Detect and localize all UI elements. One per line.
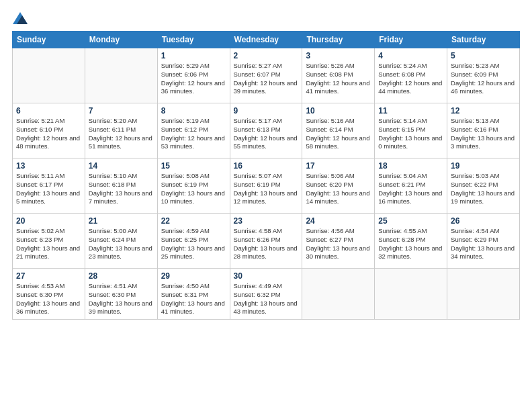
logo [12, 12, 28, 24]
calendar-cell: 3Sunrise: 5:26 AM Sunset: 6:08 PM Daylig… [302, 48, 375, 103]
weekday-header-sunday: Sunday [13, 32, 85, 48]
cell-info: Sunrise: 5:19 AM Sunset: 6:12 PM Dayligh… [161, 117, 226, 151]
week-row-2: 6Sunrise: 5:21 AM Sunset: 6:10 PM Daylig… [13, 103, 520, 158]
weekday-header-friday: Friday [375, 32, 447, 48]
cell-info: Sunrise: 5:04 AM Sunset: 6:21 PM Dayligh… [378, 172, 443, 206]
cell-info: Sunrise: 4:58 AM Sunset: 6:26 PM Dayligh… [234, 227, 299, 261]
calendar-cell: 14Sunrise: 5:10 AM Sunset: 6:18 PM Dayli… [85, 158, 157, 214]
cell-info: Sunrise: 4:50 AM Sunset: 6:31 PM Dayligh… [161, 282, 226, 316]
day-number: 5 [451, 51, 516, 60]
day-number: 21 [89, 216, 154, 226]
calendar-cell: 15Sunrise: 5:08 AM Sunset: 6:19 PM Dayli… [157, 158, 230, 214]
day-number: 12 [451, 106, 516, 116]
calendar-cell: 30Sunrise: 4:49 AM Sunset: 6:32 PM Dayli… [230, 269, 302, 320]
cell-info: Sunrise: 5:03 AM Sunset: 6:22 PM Dayligh… [451, 172, 516, 206]
calendar-cell: 6Sunrise: 5:21 AM Sunset: 6:10 PM Daylig… [13, 103, 85, 158]
calendar-cell: 17Sunrise: 5:06 AM Sunset: 6:20 PM Dayli… [302, 158, 375, 214]
week-row-1: 1Sunrise: 5:29 AM Sunset: 6:06 PM Daylig… [13, 48, 520, 103]
calendar-cell: 20Sunrise: 5:02 AM Sunset: 6:23 PM Dayli… [13, 214, 85, 269]
week-row-4: 20Sunrise: 5:02 AM Sunset: 6:23 PM Dayli… [13, 214, 520, 269]
calendar-cell: 19Sunrise: 5:03 AM Sunset: 6:22 PM Dayli… [447, 158, 520, 214]
day-number: 11 [378, 106, 443, 116]
cell-info: Sunrise: 5:06 AM Sunset: 6:20 PM Dayligh… [306, 172, 371, 206]
cell-info: Sunrise: 4:56 AM Sunset: 6:27 PM Dayligh… [306, 227, 371, 261]
week-row-5: 27Sunrise: 4:53 AM Sunset: 6:30 PM Dayli… [13, 269, 520, 320]
cell-info: Sunrise: 4:54 AM Sunset: 6:29 PM Dayligh… [451, 227, 516, 261]
day-number: 2 [234, 51, 299, 60]
day-number: 18 [378, 161, 443, 171]
weekday-header-monday: Monday [85, 32, 157, 48]
cell-info: Sunrise: 4:59 AM Sunset: 6:25 PM Dayligh… [161, 227, 226, 261]
calendar-cell [13, 48, 85, 103]
day-number: 30 [234, 271, 299, 281]
calendar-cell [302, 269, 375, 320]
calendar-cell: 18Sunrise: 5:04 AM Sunset: 6:21 PM Dayli… [375, 158, 447, 214]
day-number: 4 [378, 51, 443, 60]
day-number: 15 [161, 161, 226, 171]
cell-info: Sunrise: 5:16 AM Sunset: 6:14 PM Dayligh… [306, 117, 371, 151]
cell-info: Sunrise: 5:13 AM Sunset: 6:16 PM Dayligh… [451, 117, 516, 151]
calendar-cell: 28Sunrise: 4:51 AM Sunset: 6:30 PM Dayli… [85, 269, 157, 320]
cell-info: Sunrise: 5:10 AM Sunset: 6:18 PM Dayligh… [89, 172, 154, 206]
day-number: 10 [306, 106, 371, 116]
calendar-cell: 27Sunrise: 4:53 AM Sunset: 6:30 PM Dayli… [13, 269, 85, 320]
cell-info: Sunrise: 5:14 AM Sunset: 6:15 PM Dayligh… [378, 117, 443, 151]
calendar-cell: 23Sunrise: 4:58 AM Sunset: 6:26 PM Dayli… [230, 214, 302, 269]
calendar-cell: 24Sunrise: 4:56 AM Sunset: 6:27 PM Dayli… [302, 214, 375, 269]
calendar-cell: 29Sunrise: 4:50 AM Sunset: 6:31 PM Dayli… [157, 269, 230, 320]
week-row-3: 13Sunrise: 5:11 AM Sunset: 6:17 PM Dayli… [13, 158, 520, 214]
calendar-cell: 9Sunrise: 5:17 AM Sunset: 6:13 PM Daylig… [230, 103, 302, 158]
cell-info: Sunrise: 5:24 AM Sunset: 6:08 PM Dayligh… [378, 62, 443, 96]
cell-info: Sunrise: 5:26 AM Sunset: 6:08 PM Dayligh… [306, 62, 371, 96]
day-number: 25 [378, 216, 443, 226]
calendar-cell: 25Sunrise: 4:55 AM Sunset: 6:28 PM Dayli… [375, 214, 447, 269]
cell-info: Sunrise: 5:08 AM Sunset: 6:19 PM Dayligh… [161, 172, 226, 206]
cell-info: Sunrise: 5:29 AM Sunset: 6:06 PM Dayligh… [161, 62, 226, 96]
calendar-cell: 4Sunrise: 5:24 AM Sunset: 6:08 PM Daylig… [375, 48, 447, 103]
logo-icon [13, 12, 28, 24]
day-number: 13 [16, 161, 81, 171]
calendar-cell: 2Sunrise: 5:27 AM Sunset: 6:07 PM Daylig… [230, 48, 302, 103]
calendar-cell: 11Sunrise: 5:14 AM Sunset: 6:15 PM Dayli… [375, 103, 447, 158]
cell-info: Sunrise: 5:00 AM Sunset: 6:24 PM Dayligh… [89, 227, 154, 261]
day-number: 24 [306, 216, 371, 226]
weekday-header-row: SundayMondayTuesdayWednesdayThursdayFrid… [13, 32, 520, 48]
weekday-header-wednesday: Wednesday [230, 32, 302, 48]
cell-info: Sunrise: 4:51 AM Sunset: 6:30 PM Dayligh… [89, 282, 154, 316]
calendar-cell: 16Sunrise: 5:07 AM Sunset: 6:19 PM Dayli… [230, 158, 302, 214]
cell-info: Sunrise: 5:20 AM Sunset: 6:11 PM Dayligh… [89, 117, 154, 151]
calendar-cell: 1Sunrise: 5:29 AM Sunset: 6:06 PM Daylig… [157, 48, 230, 103]
page: SundayMondayTuesdayWednesdayThursdayFrid… [0, 0, 532, 411]
day-number: 20 [16, 216, 81, 226]
cell-info: Sunrise: 5:21 AM Sunset: 6:10 PM Dayligh… [16, 117, 81, 151]
calendar-cell: 21Sunrise: 5:00 AM Sunset: 6:24 PM Dayli… [85, 214, 157, 269]
day-number: 7 [89, 106, 154, 116]
day-number: 27 [16, 271, 81, 281]
calendar-cell [375, 269, 447, 320]
day-number: 26 [451, 216, 516, 226]
weekday-header-thursday: Thursday [302, 32, 375, 48]
day-number: 1 [161, 51, 226, 60]
day-number: 17 [306, 161, 371, 171]
cell-info: Sunrise: 5:17 AM Sunset: 6:13 PM Dayligh… [234, 117, 299, 151]
calendar-cell: 5Sunrise: 5:23 AM Sunset: 6:09 PM Daylig… [447, 48, 520, 103]
cell-info: Sunrise: 5:23 AM Sunset: 6:09 PM Dayligh… [451, 62, 516, 96]
calendar-cell [85, 48, 157, 103]
calendar-cell: 22Sunrise: 4:59 AM Sunset: 6:25 PM Dayli… [157, 214, 230, 269]
calendar-cell: 10Sunrise: 5:16 AM Sunset: 6:14 PM Dayli… [302, 103, 375, 158]
cell-info: Sunrise: 5:02 AM Sunset: 6:23 PM Dayligh… [16, 227, 81, 261]
day-number: 6 [16, 106, 81, 116]
day-number: 22 [161, 216, 226, 226]
day-number: 8 [161, 106, 226, 116]
header [12, 12, 520, 24]
day-number: 29 [161, 271, 226, 281]
cell-info: Sunrise: 5:11 AM Sunset: 6:17 PM Dayligh… [16, 172, 81, 206]
cell-info: Sunrise: 4:55 AM Sunset: 6:28 PM Dayligh… [378, 227, 443, 261]
day-number: 14 [89, 161, 154, 171]
calendar: SundayMondayTuesdayWednesdayThursdayFrid… [12, 31, 520, 320]
day-number: 16 [234, 161, 299, 171]
cell-info: Sunrise: 4:49 AM Sunset: 6:32 PM Dayligh… [234, 282, 299, 316]
calendar-cell [447, 269, 520, 320]
day-number: 3 [306, 51, 371, 60]
weekday-header-tuesday: Tuesday [157, 32, 230, 48]
